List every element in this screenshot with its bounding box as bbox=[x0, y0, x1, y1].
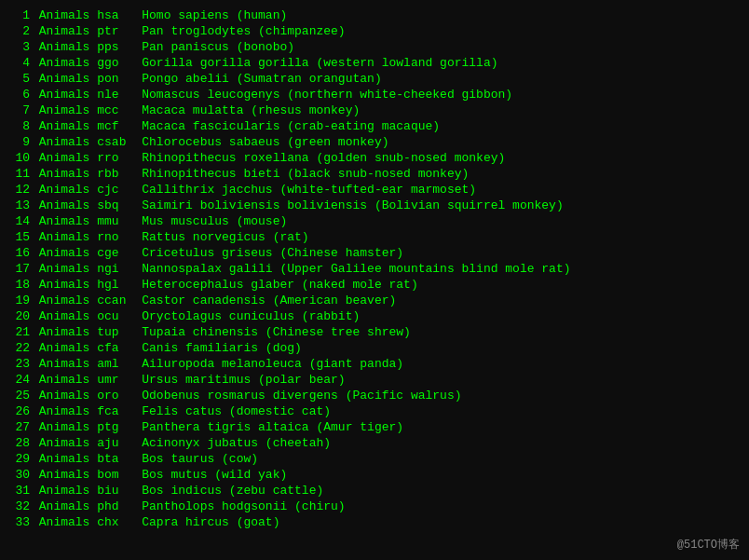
col-desc: Pongo abelii (Sumatran orangutan) bbox=[142, 71, 381, 87]
table-row: 19 Animals ccan Castor canadensis (Ameri… bbox=[9, 293, 740, 308]
col-group: Animals bbox=[39, 71, 97, 87]
col-desc: Castor canadensis (American beaver) bbox=[142, 293, 396, 308]
table-row: 16 Animals cge Cricetulus griseus (Chine… bbox=[9, 245, 740, 261]
col-group: Animals bbox=[39, 403, 97, 419]
col-code: rbb bbox=[97, 166, 142, 182]
row-number: 26 bbox=[9, 403, 30, 419]
col-code: sbq bbox=[97, 198, 142, 213]
col-desc: Tupaia chinensis (Chinese tree shrew) bbox=[142, 324, 411, 340]
col-desc: Ailuropoda melanoleuca (giant panda) bbox=[142, 356, 403, 372]
col-desc: Bos indicus (zebu cattle) bbox=[142, 483, 323, 499]
col-group: Animals bbox=[39, 7, 97, 23]
row-number: 30 bbox=[9, 467, 30, 483]
col-group: Animals bbox=[39, 245, 97, 261]
table-row: 15 Animals rno Rattus norvegicus (rat) bbox=[9, 229, 740, 245]
col-desc: Nomascus leucogenys (northern white-chee… bbox=[142, 87, 512, 102]
col-group: Animals bbox=[39, 23, 97, 39]
col-desc: Macaca mulatta (rhesus monkey) bbox=[142, 102, 360, 118]
table-row: 9 Animals csab Chlorocebus sabaeus (gree… bbox=[9, 134, 740, 150]
table-row: 13 Animals sbq Saimiri boliviensis boliv… bbox=[9, 198, 740, 213]
col-group: Animals bbox=[39, 198, 97, 213]
row-number: 12 bbox=[9, 182, 30, 198]
col-group: Animals bbox=[39, 340, 97, 356]
table-row: 25 Animals oro Odobenus rosmarus diverge… bbox=[9, 388, 740, 403]
col-desc: Rhinopithecus roxellana (golden snub-nos… bbox=[142, 150, 505, 166]
col-desc: Odobenus rosmarus divergens (Pacific wal… bbox=[142, 388, 461, 403]
col-code: rno bbox=[97, 229, 142, 245]
col-desc: Acinonyx jubatus (cheetah) bbox=[142, 435, 331, 451]
row-number: 1 bbox=[9, 7, 30, 23]
col-desc: Bos mutus (wild yak) bbox=[142, 467, 287, 483]
col-group: Animals bbox=[39, 499, 97, 514]
table-row: 8 Animals mcf Macaca fascicularis (crab-… bbox=[9, 118, 740, 134]
row-number: 22 bbox=[9, 340, 30, 356]
col-code: aml bbox=[97, 356, 142, 372]
row-number: 2 bbox=[9, 23, 30, 39]
col-group: Animals bbox=[39, 118, 97, 134]
col-group: Animals bbox=[39, 55, 97, 71]
col-group: Animals bbox=[39, 261, 97, 277]
row-number: 3 bbox=[9, 39, 30, 55]
col-group: Animals bbox=[39, 483, 97, 499]
col-code: biu bbox=[97, 483, 142, 499]
col-group: Animals bbox=[39, 293, 97, 308]
col-code: cge bbox=[97, 245, 142, 261]
table-row: 33 Animals chx Capra hircus (goat) bbox=[9, 514, 740, 530]
col-desc: Panthera tigris altaica (Amur tiger) bbox=[142, 419, 403, 435]
col-code: hgl bbox=[97, 277, 142, 293]
table-row: 21 Animals tup Tupaia chinensis (Chinese… bbox=[9, 324, 740, 340]
row-number: 27 bbox=[9, 419, 30, 435]
table-row: 29 Animals bta Bos taurus (cow) bbox=[9, 451, 740, 467]
col-code: hsa bbox=[97, 7, 142, 23]
col-code: oro bbox=[97, 388, 142, 403]
col-code: ccan bbox=[97, 293, 142, 308]
row-number: 18 bbox=[9, 277, 30, 293]
col-group: Animals bbox=[39, 87, 97, 102]
col-code: ptr bbox=[97, 23, 142, 39]
col-group: Animals bbox=[39, 372, 97, 388]
col-desc: Nannospalax galili (Upper Galilee mounta… bbox=[142, 261, 570, 277]
table-row: 31 Animals biu Bos indicus (zebu cattle) bbox=[9, 483, 740, 499]
table-row: 26 Animals fca Felis catus (domestic cat… bbox=[9, 403, 740, 419]
col-desc: Cricetulus griseus (Chinese hamster) bbox=[142, 245, 403, 261]
col-desc: Heterocephalus glaber (naked mole rat) bbox=[142, 277, 417, 293]
col-code: bta bbox=[97, 451, 142, 467]
col-desc: Callithrix jacchus (white-tufted-ear mar… bbox=[142, 182, 476, 198]
table-row: 5 Animals pon Pongo abelii (Sumatran ora… bbox=[9, 71, 740, 87]
row-number: 19 bbox=[9, 293, 30, 308]
col-group: Animals bbox=[39, 356, 97, 372]
table-row: 32 Animals phd Pantholops hodgsonii (chi… bbox=[9, 499, 740, 514]
row-number: 6 bbox=[9, 87, 30, 102]
table-row: 20 Animals ocu Oryctolagus cuniculus (ra… bbox=[9, 308, 740, 324]
row-number: 14 bbox=[9, 213, 30, 229]
col-code: bom bbox=[97, 467, 142, 483]
col-code: fca bbox=[97, 403, 142, 419]
row-number: 5 bbox=[9, 71, 30, 87]
table-row: 3 Animals pps Pan paniscus (bonobo) bbox=[9, 39, 740, 55]
col-group: Animals bbox=[39, 435, 97, 451]
col-group: Animals bbox=[39, 308, 97, 324]
row-number: 31 bbox=[9, 483, 30, 499]
col-code: pps bbox=[97, 39, 142, 55]
col-code: csab bbox=[97, 134, 142, 150]
row-number: 23 bbox=[9, 356, 30, 372]
col-code: ggo bbox=[97, 55, 142, 71]
col-code: nle bbox=[97, 87, 142, 102]
col-group: Animals bbox=[39, 419, 97, 435]
row-number: 24 bbox=[9, 372, 30, 388]
col-desc: Canis familiaris (dog) bbox=[142, 340, 302, 356]
col-code: ptg bbox=[97, 419, 142, 435]
row-number: 7 bbox=[9, 102, 30, 118]
row-number: 16 bbox=[9, 245, 30, 261]
col-code: mmu bbox=[97, 213, 142, 229]
table-row: 7 Animals mcc Macaca mulatta (rhesus mon… bbox=[9, 102, 740, 118]
col-desc: Saimiri boliviensis boliviensis (Bolivia… bbox=[142, 198, 563, 213]
col-desc: Felis catus (domestic cat) bbox=[142, 403, 331, 419]
col-desc: Homo sapiens (human) bbox=[142, 7, 287, 23]
col-group: Animals bbox=[39, 213, 97, 229]
table-row: 10 Animals rro Rhinopithecus roxellana (… bbox=[9, 150, 740, 166]
table-row: 18 Animals hgl Heterocephalus glaber (na… bbox=[9, 277, 740, 293]
col-group: Animals bbox=[39, 102, 97, 118]
col-group: Animals bbox=[39, 134, 97, 150]
col-desc: Rhinopithecus bieti (black snub-nosed mo… bbox=[142, 166, 469, 182]
